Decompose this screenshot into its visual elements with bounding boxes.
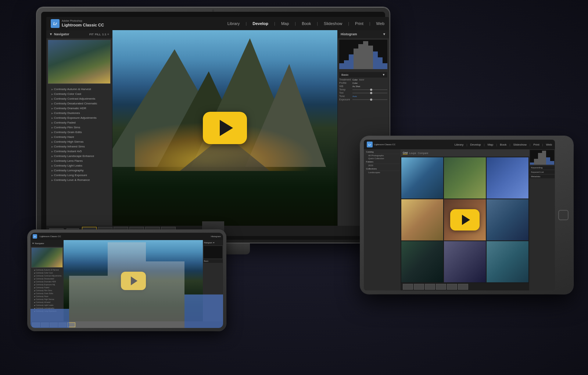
collapse-right-icon[interactable]: ▼ <box>383 32 386 36</box>
histogram-bars <box>339 40 387 69</box>
tablet-metadata-label: Metadata <box>530 175 555 178</box>
tablet-play-button[interactable] <box>450 209 480 231</box>
preset-item[interactable]: Contrasty Instant 4x5 <box>46 149 112 154</box>
preset-item[interactable]: Contrasty Desaturated Cinematic <box>46 101 112 106</box>
tablet-left-panel: Catalog All Photographs Quick Collection… <box>364 149 401 290</box>
tablet-landscape[interactable]: Landscapes <box>365 171 400 174</box>
nav-book[interactable]: Book <box>302 21 311 26</box>
tablet-bottom-bar <box>401 283 529 290</box>
basic-header: Basic ▼ <box>339 72 387 78</box>
grid-cell-3[interactable] <box>487 157 528 199</box>
tablet-strip-thumb[interactable] <box>436 284 446 290</box>
tablet-hist-bars <box>530 150 554 165</box>
collapse-basic-icon[interactable]: ▼ <box>382 73 385 76</box>
nav-library[interactable]: Library <box>227 21 240 26</box>
fit-btn[interactable]: FIT <box>89 33 94 36</box>
temp-row: Temp <box>339 88 387 91</box>
preset-item[interactable]: Contrasty Autumn & Harvest <box>46 87 112 92</box>
preset-item[interactable]: Contrasty Grain Edits <box>46 130 112 135</box>
hist-bar <box>373 51 378 69</box>
lightroom-ui-monitor: Lr Adobe Photoshop Lightroom Classic CC … <box>46 17 389 236</box>
treatment-row: Treatment Color B&W <box>339 78 387 81</box>
nav-slideshow[interactable]: Slideshow <box>324 21 342 26</box>
preset-item[interactable]: Contrasty Exposure Adjustments <box>46 115 112 120</box>
monitor-play-button[interactable] <box>203 112 247 144</box>
navigator-thumbnail <box>48 40 111 84</box>
lr-app-name: Lightroom Classic CC <box>62 23 104 28</box>
tablet-all-photos[interactable]: All Photographs <box>365 154 400 157</box>
preset-item[interactable]: Contrasty Haze <box>46 135 112 139</box>
preset-item[interactable]: Contrasty Infrared Sims <box>46 144 112 149</box>
preset-item[interactable]: Contrasty Landscape Enhance <box>46 154 112 158</box>
tablet-strip-thumb[interactable] <box>425 284 435 290</box>
nav-map[interactable]: Map <box>281 21 289 26</box>
tablet-strip-thumb[interactable] <box>447 284 457 290</box>
tablet-strip-thumb[interactable] <box>414 284 424 290</box>
grid-cell-7[interactable] <box>401 241 443 282</box>
tablet-nav-library[interactable]: Library <box>455 143 463 146</box>
nav-print[interactable]: Print <box>355 21 363 26</box>
preset-item[interactable]: Contrasty Duotones <box>46 111 112 115</box>
preset-item[interactable]: Contrasty Long Exposure <box>46 173 112 178</box>
tablet-nav-web[interactable]: Web <box>546 143 552 146</box>
grid-cell-8[interactable] <box>444 241 486 282</box>
nav-web[interactable]: Web <box>376 21 384 26</box>
tab-loupe[interactable]: Loupe <box>409 152 416 154</box>
grid-cell-6[interactable] <box>487 199 528 240</box>
preset-item[interactable]: Contrasty Lens Flares <box>46 158 112 163</box>
grid-cell-2[interactable] <box>444 157 486 199</box>
tone-row: Tone Auto <box>339 95 387 97</box>
tablet-photo-grid <box>401 157 529 283</box>
tablet-nav-develop[interactable]: Develop <box>470 143 481 146</box>
temp-thumb <box>370 89 372 91</box>
profile-value: Color <box>352 82 358 84</box>
collapse-icon[interactable]: ▼ <box>49 32 53 36</box>
zoom-1-btn[interactable]: 1:1 <box>102 33 107 36</box>
preset-item[interactable]: Contrasty Lomography <box>46 168 112 173</box>
grid-cell-4[interactable] <box>401 199 443 240</box>
grid-cell-1[interactable] <box>401 157 443 199</box>
tablet-collections-section: Collections <box>365 167 400 171</box>
tablet-home-button[interactable] <box>558 210 569 220</box>
exposure-row: Exposure <box>339 98 387 101</box>
basic-panel: Basic ▼ Treatment Color B&W <box>338 71 389 103</box>
fill-btn[interactable]: FILL <box>95 33 101 36</box>
tint-row: Tint <box>339 92 387 94</box>
monitor-main-photo <box>112 30 337 226</box>
tablet-strip-thumb[interactable] <box>403 284 413 290</box>
auto-btn[interactable]: Auto <box>352 95 357 97</box>
tablet-strip-thumb[interactable] <box>458 284 468 290</box>
zoom-n-btn[interactable]: ≡ <box>107 33 109 36</box>
tablet-titlebar: Lr Lightroom Classic CC Library | Develo… <box>364 140 555 149</box>
presets-list: Contrasty Autumn & Harvest Contrasty Col… <box>46 85 112 226</box>
grid-cell-9[interactable] <box>487 241 528 282</box>
preset-item[interactable]: Contrasty Light Leaks <box>46 163 112 168</box>
preset-item[interactable]: Contrasty Color Cast <box>46 92 112 96</box>
tablet-quick-collection[interactable]: Quick Collection <box>365 157 400 160</box>
preset-item[interactable]: Contrasty Faded <box>46 120 112 125</box>
tablet: Lr Lightroom Classic CC Library | Develo… <box>360 136 573 294</box>
preset-item[interactable]: Contrasty Film Sims <box>46 125 112 130</box>
phone-histogram <box>204 246 222 258</box>
exposure-slider[interactable] <box>352 99 387 100</box>
preset-item[interactable]: Contrasty Contrast Adjustments <box>46 96 112 101</box>
tab-compare[interactable]: Compare <box>418 152 429 154</box>
tablet-nav-print[interactable]: Print <box>533 143 539 146</box>
temp-slider[interactable] <box>352 89 387 90</box>
tablet-logo: Lr Lightroom Classic CC <box>367 142 395 147</box>
tab-grid[interactable]: Grid <box>403 151 408 154</box>
hist-bar <box>358 44 363 69</box>
tablet-nav-slideshow[interactable]: Slideshow <box>513 143 527 146</box>
monitor: Lr Adobe Photoshop Lightroom Classic CC … <box>37 7 390 265</box>
preset-item[interactable]: Contrasty Love & Romance <box>46 178 112 182</box>
nav-develop[interactable]: Develop <box>252 21 268 26</box>
tablet-folder-item[interactable]: 2023 <box>365 164 400 167</box>
color-btn[interactable]: Color <box>352 79 358 81</box>
tint-thumb <box>370 92 372 94</box>
preset-item[interactable]: Contrasty High Sierras <box>46 139 112 144</box>
tablet-nav-map[interactable]: Map <box>488 143 494 146</box>
tint-slider[interactable] <box>352 93 387 93</box>
tablet-nav-book[interactable]: Book <box>500 143 506 146</box>
preset-item[interactable]: Contrasty Dramatic HDR <box>46 106 112 111</box>
bw-btn[interactable]: B&W <box>359 79 364 81</box>
